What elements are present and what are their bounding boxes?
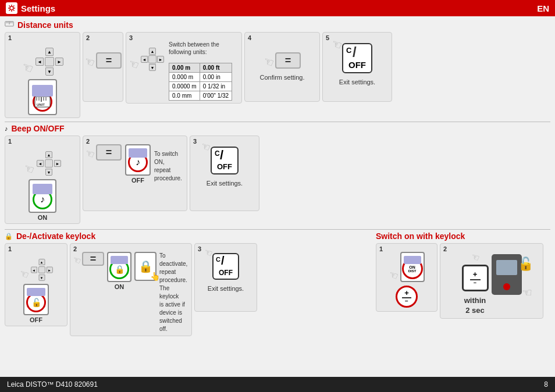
- beep-section: ♪ Beep ON/OFF 1 ☞ ▲ ◄ ► ▼: [5, 124, 541, 227]
- unit-cell: 0'00" 1/32: [200, 91, 232, 101]
- deact-steps-row: 1 ☞ ▲ ◄ ► ▼ 🔓: [5, 243, 371, 336]
- beep-repeat-text: To switch ON,repeat procedure.: [154, 150, 184, 183]
- off-label-d3: OFF: [219, 269, 233, 277]
- minus-sign-sw2: −: [470, 279, 481, 286]
- dpad-d1: ▲ ◄ ► ▼: [31, 259, 53, 281]
- dpad-right-d1: ►: [47, 267, 53, 273]
- swon-step-2: 2 ☞ + − within2 sec: [440, 243, 543, 319]
- hand-icon-d1: ☞: [17, 267, 31, 282]
- beep-steps-row: 1 ☞ ▲ ◄ ► ▼ ♪: [5, 136, 541, 224]
- page-title: Settings: [21, 3, 55, 13]
- unit-cell: 0.0 mm: [169, 91, 200, 101]
- bottom-split-row: ♪ Beep ON/OFF 1 ☞ ▲ ◄ ► ▼: [5, 124, 550, 227]
- slash-label: /: [353, 44, 357, 60]
- header-left: Settings: [6, 2, 55, 14]
- step-number-sw1: 1: [379, 245, 383, 252]
- deact-step-1: 1 ☞ ▲ ◄ ► ▼ 🔓: [5, 243, 67, 326]
- dpad-1: ▲ ◄ ► ▼: [35, 48, 63, 76]
- hand-device-sw2: ☞: [522, 286, 532, 300]
- equal-b2: =: [96, 144, 122, 161]
- exit-text-5: Exit settings.: [339, 78, 375, 87]
- deact-title-row: 🔒 De-/Activate keylock: [5, 231, 371, 241]
- svg-point-0: [10, 6, 13, 10]
- distance-units-title: Distance units: [17, 20, 73, 30]
- swon-steps-row: 1 ☞ ON DIST: [376, 243, 550, 319]
- unit-cell: 0.00 ft: [200, 63, 232, 73]
- deact-title: De-/Activate keylock: [16, 231, 95, 241]
- step-number-sw2: 2: [443, 245, 447, 252]
- beep-title: Beep ON/OFF: [12, 124, 65, 133]
- dpad-center-d1: [38, 266, 45, 273]
- step-number-4: 4: [248, 34, 251, 41]
- plus-minus-circle: + −: [396, 286, 418, 308]
- dpad-up-d1: ▲: [38, 259, 45, 265]
- step-number-b2: 2: [86, 138, 90, 145]
- dist-step-5: 5 ☞ C / OFF Exit settings.: [322, 32, 392, 102]
- beep-step-3: 3 ☞ C / OFF Exit settings.: [190, 136, 259, 211]
- plus-sign: +: [404, 289, 409, 297]
- slash-label-b3: /: [220, 148, 223, 163]
- unit-cell: 0 1/32 in: [200, 82, 232, 91]
- dist-text: DIST: [408, 269, 417, 273]
- hand-icon-sw2: ☞: [469, 251, 481, 264]
- off-label-b3: OFF: [217, 162, 232, 171]
- distance-units-section-title-row: Distance units: [5, 20, 550, 30]
- hand-device-icon: 👆: [150, 272, 160, 281]
- deact-step-2: 2 ☞ = 🔒 ON: [70, 243, 192, 336]
- dpad-b1: ▲ ◄ ► ▼: [37, 151, 61, 176]
- settings-icon: [6, 2, 17, 14]
- bottom-pair-row: 🔒 De-/Activate keylock 1 ☞ ▲ ◄ ► ▼: [5, 231, 550, 336]
- equal-button-4: =: [275, 52, 301, 69]
- step-number-5: 5: [326, 34, 329, 41]
- switch-keylock-section: Switch on with keylock 1 ☞ ON DIST: [376, 231, 550, 319]
- step-number-1: 1: [8, 34, 12, 41]
- unlock-symbol: 🔓: [518, 256, 533, 272]
- dpad-left-b1: ◄: [37, 160, 44, 167]
- dist-step-4: 4 ☞ = Confirm setting.: [244, 32, 320, 102]
- step-number-d1: 1: [8, 245, 12, 252]
- coff-button-b3: C / OFF: [211, 147, 239, 174]
- plus-sign-sw2: +: [473, 270, 478, 278]
- unit-cell: 0.00 in: [200, 73, 232, 82]
- dpad-right-3: ►: [157, 56, 164, 63]
- dpad-left-d1: ◄: [31, 267, 37, 273]
- slash-label-d3: /: [221, 254, 225, 268]
- minus-sign: −: [402, 297, 411, 304]
- step-number-b3: 3: [193, 138, 197, 145]
- on-text: ON: [409, 265, 415, 269]
- distance-icon: [5, 20, 14, 30]
- language-label: EN: [537, 3, 549, 13]
- off-label-d1: OFF: [30, 316, 42, 323]
- distance-steps-row: 1 ☞ ▲ ◄ ► ▼: [5, 32, 550, 118]
- main-content: Distance units 1 ☞ ▲ ◄ ► ▼: [0, 16, 555, 377]
- units-table-label: Switch between thefollowing units:: [169, 41, 232, 56]
- equal-d2: =: [82, 252, 104, 266]
- dpad-center-3: [148, 55, 156, 63]
- c-label-d3: C: [216, 256, 220, 263]
- dpad-up-3: ▲: [149, 48, 156, 55]
- confirm-text: Confirm setting.: [259, 73, 304, 82]
- step-number-d2: 2: [73, 245, 77, 252]
- dist-step-2: 2 ☞ =: [83, 32, 123, 102]
- deact-repeat-text: To deactivate, repeatprocedure. The keyl…: [159, 252, 189, 333]
- hand-icon-d2: ☞: [71, 254, 83, 267]
- hand-icon-sw1: ☞: [387, 268, 400, 283]
- dpad-up-b1: ▲: [45, 151, 52, 158]
- dpad-down-b1: ▼: [45, 169, 52, 176]
- step-number-d3: 3: [198, 245, 201, 252]
- beep-step-1: 1 ☞ ▲ ◄ ► ▼ ♪: [5, 136, 80, 224]
- dpad-down: ▼: [45, 67, 54, 76]
- unit-cell: 0.000 m: [169, 73, 200, 82]
- dpad-center-b1: [45, 159, 53, 168]
- c-label: C: [346, 46, 351, 55]
- unit-cell: 0.0000 m: [169, 82, 200, 91]
- plus-minus-btn-sw2: + −: [462, 265, 489, 291]
- units-table: 0.00 m0.00 ft 0.000 m0.00 in 0.0000 m0 1…: [169, 63, 232, 101]
- off-label: OFF: [348, 60, 366, 70]
- footer-page-number: 8: [544, 380, 548, 389]
- hand-icon-b2: ☞: [84, 147, 97, 162]
- dpad-left: ◄: [35, 58, 44, 66]
- swon-title-row: Switch on with keylock: [376, 231, 550, 241]
- deact-step-3: 3 ☞ C / OFF Exit settings.: [194, 243, 257, 312]
- header: Settings EN: [0, 0, 555, 16]
